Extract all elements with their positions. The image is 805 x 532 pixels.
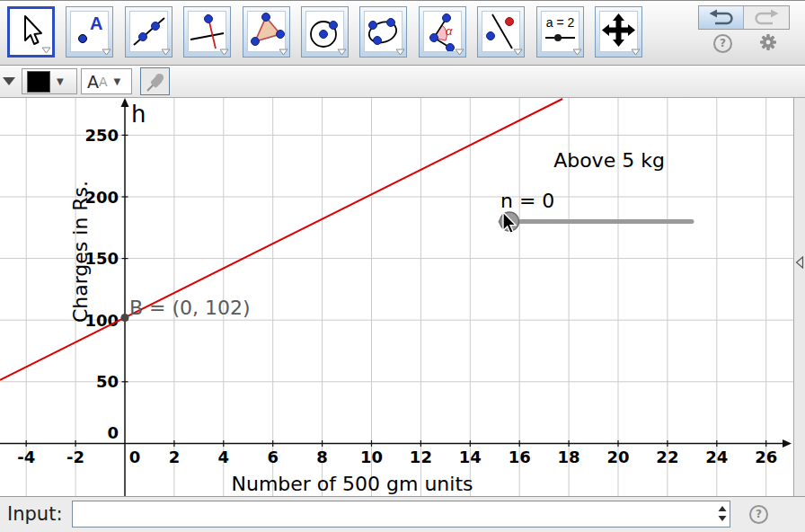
tool-dropdown-icon[interactable]	[455, 49, 464, 56]
tool-dropdown-icon[interactable]	[395, 49, 405, 56]
slider-icon: a = 2	[541, 11, 579, 52]
tool-perpendicular-line-button[interactable]	[183, 6, 231, 58]
tool-dropdown-icon[interactable]	[161, 49, 171, 56]
x-axis-arrow-icon	[783, 439, 792, 448]
ellipse-icon	[364, 11, 402, 52]
stylebar-toggle-icon[interactable]	[3, 73, 17, 85]
settings-gear-icon[interactable]	[759, 33, 777, 51]
perpendicular-line-icon	[188, 11, 226, 52]
svg-text:a = 2: a = 2	[546, 15, 575, 30]
tool-line-button[interactable]	[125, 6, 172, 58]
tool-angle-button[interactable]: α	[419, 6, 466, 58]
x-tick-label: 4	[218, 448, 230, 466]
tool-point-button[interactable]: A	[66, 6, 113, 58]
undo-redo-group	[698, 5, 790, 30]
color-swatch	[27, 71, 50, 93]
x-tick-label: 16	[509, 448, 531, 466]
color-picker-button[interactable]: ▼	[22, 68, 77, 94]
x-tick-label: -4	[17, 448, 35, 466]
y-tick-label: 250	[84, 126, 119, 145]
x-tick-label: 6	[267, 448, 279, 466]
x-tick-label: 8	[316, 448, 328, 466]
x-tick-label: 26	[755, 448, 777, 466]
tool-dropdown-icon[interactable]	[279, 49, 288, 56]
point-B-label[interactable]: B = (0, 102)	[129, 297, 251, 319]
x-tick-label: 22	[656, 448, 678, 466]
tool-reflect-about-line-button[interactable]	[477, 6, 525, 58]
toolbar: A α a = 2	[0, 0, 805, 66]
input-label: Input:	[7, 503, 62, 525]
panel-collapse-arrow-icon[interactable]	[795, 256, 805, 269]
text-style-label: A	[87, 72, 99, 92]
tool-dropdown-icon[interactable]	[631, 49, 641, 56]
tool-move-graphics-view-button[interactable]	[595, 6, 642, 58]
stylebar: ▼ A A ▼	[0, 66, 805, 98]
undo-icon	[706, 9, 737, 26]
geogebra-window: A α a = 2	[0, 0, 805, 532]
tool-dropdown-icon[interactable]	[513, 49, 523, 56]
reflect-about-line-icon	[482, 11, 520, 52]
x-tick-label: 20	[606, 448, 629, 466]
x-tick-label: 12	[410, 448, 432, 466]
x-tick-label: 0	[129, 448, 141, 466]
input-bar: Input: ?	[0, 496, 805, 532]
annotation-above-5kg[interactable]: Above 5 kg	[553, 149, 665, 172]
tool-move-button[interactable]	[7, 6, 55, 58]
tool-circle-center-point-button[interactable]	[301, 6, 349, 58]
tool-slider-button[interactable]: a = 2	[536, 6, 584, 58]
y-tick-label: 0	[107, 423, 119, 442]
input-help-button[interactable]: ?	[749, 505, 768, 524]
move-graphics-view-icon	[599, 11, 638, 52]
y-axis-title: Charges in Rs.	[69, 181, 92, 323]
svg-text:α: α	[446, 24, 453, 38]
x-tick-label: 24	[705, 448, 728, 466]
redo-button[interactable]	[744, 6, 789, 29]
input-field[interactable]	[75, 502, 716, 526]
tool-dropdown-icon[interactable]	[337, 49, 347, 56]
tool-dropdown-icon[interactable]	[102, 49, 111, 56]
x-tick-label: 18	[558, 448, 580, 466]
pin-icon	[144, 70, 167, 93]
redo-icon	[751, 9, 782, 26]
input-field-wrap	[72, 501, 730, 528]
input-history-spinner-icon[interactable]	[718, 506, 727, 525]
tool-dropdown-icon[interactable]	[219, 49, 229, 56]
circle-center-point-icon	[305, 11, 344, 52]
x-tick-label: 2	[169, 448, 181, 466]
svg-text:A: A	[90, 13, 102, 33]
angle-icon: α	[423, 11, 462, 52]
slider-n-label[interactable]: n = 0	[500, 190, 554, 212]
y-tick-label: 50	[96, 372, 119, 391]
tool-ellipse-button[interactable]	[359, 6, 407, 58]
y-axis-arrow-icon	[121, 98, 129, 107]
tool-dropdown-icon[interactable]	[572, 49, 582, 56]
x-axis-title: Number of 500 gm units	[231, 473, 473, 495]
x-tick-label: 10	[360, 448, 383, 466]
polygon-icon	[247, 11, 286, 52]
line-icon	[129, 11, 168, 52]
chevron-down-icon: ▼	[114, 76, 121, 86]
text-style-button[interactable]: A A ▼	[81, 68, 132, 94]
y-axis-name: h	[131, 101, 146, 128]
pin-button[interactable]	[140, 67, 170, 95]
chevron-down-icon: ▼	[57, 76, 64, 86]
help-button[interactable]: ?	[713, 34, 732, 53]
tool-polygon-button[interactable]	[243, 6, 290, 58]
x-tick-label: 14	[459, 448, 482, 466]
point-icon: A	[70, 11, 109, 52]
tool-dropdown-icon[interactable]	[41, 47, 51, 54]
x-tick-label: -2	[66, 448, 84, 466]
panel-collapse-strip	[793, 98, 805, 496]
point-B[interactable]	[121, 314, 129, 322]
graphics-view[interactable]: -4-2024681012141618202224260501001502002…	[0, 98, 793, 496]
undo-button[interactable]	[699, 6, 744, 29]
